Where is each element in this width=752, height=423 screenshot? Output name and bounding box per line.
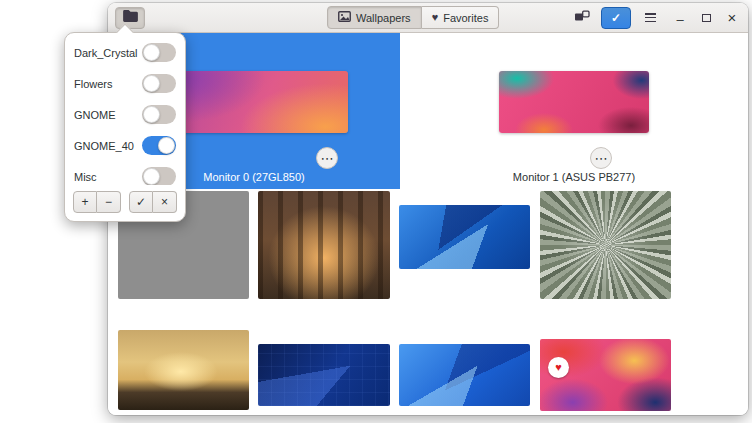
thumbnail-golden-sunset-tree[interactable] xyxy=(118,330,249,410)
confirm-button[interactable]: ✓ xyxy=(129,191,153,213)
hamburger-icon xyxy=(645,13,656,22)
folder-toggle[interactable] xyxy=(142,167,176,185)
folder-name: Flowers xyxy=(74,78,113,90)
folder-toggle[interactable] xyxy=(142,43,176,62)
monitor-1-label: Monitor 1 (ASUS PB277) xyxy=(400,171,748,183)
tab-wallpapers[interactable]: Wallpapers xyxy=(327,6,422,29)
folder-row: GNOME_40 xyxy=(65,130,185,161)
favorite-badge: ♥ xyxy=(548,357,569,378)
wallpaper-grid: ♥ xyxy=(108,189,748,415)
check-icon: ✓ xyxy=(611,11,621,25)
displays-icon xyxy=(574,10,590,25)
screen: Wallpapers ♥ Favorites ✓ xyxy=(0,0,752,423)
apply-button[interactable]: ✓ xyxy=(601,7,631,29)
tab-favorites[interactable]: ♥ Favorites xyxy=(422,6,500,29)
thumbnail-dark-blue-pattern[interactable] xyxy=(258,344,390,406)
toggle-knob xyxy=(143,75,160,92)
folder-row: Dark_Crystal xyxy=(65,37,185,68)
minimize-icon: – xyxy=(676,13,683,26)
folders-button[interactable] xyxy=(115,7,145,29)
add-remove-group: + − xyxy=(73,191,121,213)
folder-name: Dark_Crystal xyxy=(74,47,138,59)
folder-name: GNOME xyxy=(74,109,116,121)
header-actions: ✓ – × xyxy=(569,7,741,29)
image-icon xyxy=(338,11,351,24)
heart-icon: ♥ xyxy=(432,12,439,23)
thumbnail-blue-geometric-2[interactable] xyxy=(399,344,530,406)
monitor-0-wallpaper-preview xyxy=(160,71,348,133)
toggle-knob xyxy=(143,44,160,61)
cancel-button[interactable]: × xyxy=(153,191,177,213)
thumbnail-colorful-abstract[interactable]: ♥ xyxy=(540,339,671,411)
more-icon: ⋯ xyxy=(321,152,334,165)
close-button[interactable]: × xyxy=(723,9,741,27)
folder-name: GNOME_40 xyxy=(74,140,134,152)
view-switcher: Wallpapers ♥ Favorites xyxy=(327,6,499,29)
folder-toggle[interactable] xyxy=(142,74,176,93)
folders-popover: Dark_Crystal Flowers GNOME GNOME_40 Misc xyxy=(64,32,186,222)
monitor-1-wallpaper-preview xyxy=(499,71,649,133)
more-icon: ⋯ xyxy=(595,152,608,165)
confirm-cancel-group: ✓ × xyxy=(129,191,177,213)
popover-actions: + − ✓ × xyxy=(65,185,185,221)
hydrapaper-window: Wallpapers ♥ Favorites ✓ xyxy=(108,3,748,415)
tab-label: Favorites xyxy=(443,12,488,24)
primary-menu-button[interactable] xyxy=(637,7,663,29)
folder-row: GNOME xyxy=(65,99,185,130)
folder-list: Dark_Crystal Flowers GNOME GNOME_40 Misc xyxy=(65,33,185,185)
toggle-knob xyxy=(143,168,160,185)
close-icon: × xyxy=(728,10,737,25)
add-folder-button[interactable]: + xyxy=(73,191,97,213)
toggle-knob xyxy=(143,106,160,123)
monitors-row: ⋯ Monitor 0 (27GL850) ⋯ Monitor 1 (ASUS … xyxy=(108,33,748,189)
monitor-0-more-button[interactable]: ⋯ xyxy=(316,147,338,169)
header-bar: Wallpapers ♥ Favorites ✓ xyxy=(108,3,748,33)
folder-row: Misc xyxy=(65,161,185,185)
maximize-button[interactable] xyxy=(697,9,715,27)
folder-row: Flowers xyxy=(65,68,185,99)
folder-toggle[interactable] xyxy=(142,105,176,124)
monitor-1-panel[interactable]: ⋯ Monitor 1 (ASUS PB277) xyxy=(400,33,748,189)
minimize-button[interactable]: – xyxy=(671,9,689,27)
toggle-knob xyxy=(158,137,175,154)
thumbnail-blue-geometric[interactable] xyxy=(399,205,530,269)
thumbnail-autumn-forest[interactable] xyxy=(258,191,390,299)
tab-label: Wallpapers xyxy=(356,12,411,24)
maximize-icon xyxy=(702,14,711,22)
monitor-1-more-button[interactable]: ⋯ xyxy=(590,147,612,169)
remove-folder-button[interactable]: − xyxy=(97,191,121,213)
heart-icon: ♥ xyxy=(555,362,562,373)
folder-name: Misc xyxy=(74,171,97,183)
multi-monitor-mode-button[interactable] xyxy=(569,7,595,29)
folder-toggle[interactable] xyxy=(142,136,176,155)
thumbnail-aerial-snowy-forest[interactable] xyxy=(540,191,671,299)
